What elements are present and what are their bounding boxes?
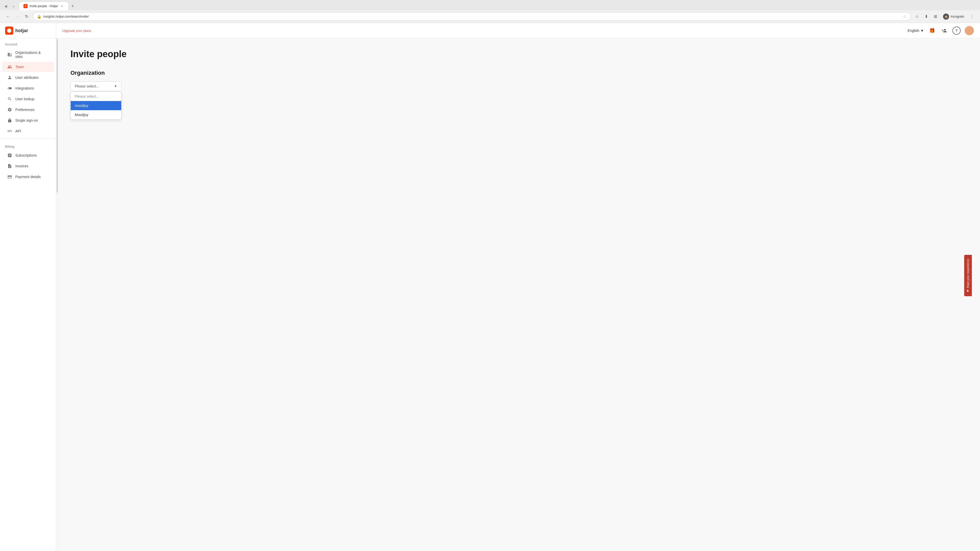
sidebar-scrollbar-thumb bbox=[57, 39, 58, 192]
invite-icon-button[interactable] bbox=[940, 27, 948, 35]
rate-experience-icon: ❤ bbox=[966, 289, 970, 292]
hotjar-icon bbox=[5, 27, 13, 35]
organization-dropdown-trigger[interactable]: Please select... ▼ bbox=[70, 81, 121, 91]
browser-tabs: ◀ ▶ H Invite people - Hotjar × + bbox=[0, 0, 980, 10]
sidebar-item-user-lookup[interactable]: User lookup bbox=[2, 94, 54, 104]
sidebar-item-invoices-label: Invoices bbox=[15, 164, 28, 168]
url-input[interactable] bbox=[43, 14, 901, 18]
sidebar: Account Organizations & sites Team bbox=[0, 38, 56, 551]
language-dropdown-icon: ▼ bbox=[920, 29, 924, 33]
sidebar-item-team[interactable]: Team bbox=[2, 62, 54, 72]
language-selector[interactable]: English ▼ bbox=[907, 29, 924, 33]
incognito-icon: 🕵 bbox=[943, 14, 949, 20]
app-top-bar: hotjar Upgrade your plans English ▼ 🎁 ? bbox=[0, 23, 980, 38]
sidebar-item-payment[interactable]: Payment details bbox=[2, 171, 54, 182]
browser-tab-active[interactable]: H Invite people - Hotjar × bbox=[19, 2, 68, 10]
sidebar-item-invoices[interactable]: Invoices bbox=[2, 161, 54, 171]
sidebar-item-preferences-label: Preferences bbox=[15, 108, 35, 112]
organization-dropdown-wrapper: Please select... ▼ Please select... mood… bbox=[70, 81, 121, 91]
browser-toolbar: ← → ↻ 🔒 ☆ ☆ ⬇ ⊞ 🕵 Incognito ⋮ bbox=[0, 10, 980, 23]
back-button[interactable]: ← bbox=[4, 13, 12, 21]
sidebar-item-user-lookup-label: User lookup bbox=[15, 97, 35, 101]
logo-area: hotjar bbox=[0, 23, 56, 38]
sidebar-item-user-attributes-label: User attributes bbox=[15, 76, 38, 79]
sidebar-item-payment-label: Payment details bbox=[15, 175, 41, 179]
hotjar-wordmark: hotjar bbox=[15, 28, 28, 33]
language-label: English bbox=[907, 29, 919, 33]
page-title: Invite people bbox=[70, 49, 968, 59]
sidebar-item-preferences[interactable]: Preferences bbox=[2, 105, 54, 115]
sidebar-item-organizations-label: Organizations & sites bbox=[15, 51, 49, 59]
dropdown-option-placeholder[interactable]: Please select... bbox=[71, 92, 121, 101]
top-bar-content: Upgrade your plans English ▼ 🎁 ? bbox=[56, 24, 980, 38]
dropdown-option-moodjoy[interactable]: moodjoy bbox=[71, 101, 121, 110]
gift-icon-button[interactable]: 🎁 bbox=[928, 27, 936, 35]
api-icon: </> bbox=[7, 129, 12, 134]
new-tab-button[interactable]: + bbox=[69, 3, 76, 10]
dropdown-selected-value: Please select... bbox=[75, 84, 99, 88]
dropdown-option-moodjoy-cap[interactable]: Moodjoy bbox=[71, 110, 121, 119]
upgrade-link[interactable]: Upgrade your plans bbox=[62, 29, 91, 33]
sidebar-item-subscriptions-label: Subscriptions bbox=[15, 153, 37, 157]
dropdown-arrow-icon: ▼ bbox=[114, 84, 117, 88]
user-lookup-icon bbox=[7, 97, 12, 102]
header-actions: English ▼ 🎁 ? bbox=[907, 26, 974, 35]
organization-dropdown-menu: Please select... moodjoy Moodjoy bbox=[70, 92, 121, 120]
sidebar-scrollbar[interactable] bbox=[56, 38, 58, 551]
account-section-label: Account bbox=[0, 38, 56, 48]
forward-button[interactable]: → bbox=[13, 13, 21, 21]
toolbar-actions: ☆ ⬇ ⊞ 🕵 Incognito ⋮ bbox=[913, 13, 976, 21]
toolbar-nav: ← → ↻ bbox=[4, 13, 30, 21]
tab-nav-back[interactable]: ◀ bbox=[2, 3, 9, 10]
sidebar-item-user-attributes[interactable]: User attributes bbox=[2, 73, 54, 83]
sidebar-item-integrations[interactable]: Integrations bbox=[2, 83, 54, 94]
extensions-button[interactable]: ⊞ bbox=[931, 13, 939, 21]
sidebar-item-sso-label: Single sign-on bbox=[15, 118, 38, 122]
organizations-icon bbox=[7, 52, 12, 57]
user-avatar[interactable] bbox=[965, 26, 974, 35]
main-content: Invite people Organization Please select… bbox=[58, 38, 980, 551]
sso-icon bbox=[7, 118, 12, 123]
payment-icon bbox=[7, 174, 12, 179]
bookmark-icon[interactable]: ☆ bbox=[903, 14, 907, 19]
subscriptions-icon bbox=[7, 153, 12, 158]
help-icon-button[interactable]: ? bbox=[953, 27, 961, 35]
sidebar-item-subscriptions[interactable]: Subscriptions bbox=[2, 150, 54, 160]
preferences-icon bbox=[7, 107, 12, 112]
app-layout: Account Organizations & sites Team bbox=[0, 38, 980, 551]
integrations-icon bbox=[7, 86, 12, 91]
rate-experience-label: Rate your experience bbox=[966, 259, 970, 288]
sidebar-item-organizations[interactable]: Organizations & sites bbox=[2, 48, 54, 61]
billing-section-label: Billing bbox=[0, 141, 56, 150]
tab-favicon: H bbox=[24, 4, 27, 8]
sidebar-divider bbox=[0, 138, 56, 139]
incognito-label: Incognito bbox=[951, 14, 964, 18]
tab-close-button[interactable]: × bbox=[60, 4, 64, 8]
sidebar-item-api[interactable]: </> API bbox=[2, 126, 54, 136]
tab-title: Invite people - Hotjar bbox=[30, 4, 58, 8]
sidebar-wrapper: Account Organizations & sites Team bbox=[0, 38, 58, 551]
sidebar-item-integrations-label: Integrations bbox=[15, 86, 34, 90]
reload-button[interactable]: ↻ bbox=[22, 13, 30, 21]
organization-section-title: Organization bbox=[70, 70, 968, 76]
menu-button[interactable]: ⋮ bbox=[968, 13, 976, 21]
sidebar-item-sso[interactable]: Single sign-on bbox=[2, 115, 54, 125]
sidebar-item-team-label: Team bbox=[15, 65, 24, 69]
tab-nav-forward[interactable]: ▶ bbox=[10, 3, 18, 10]
browser-chrome: ◀ ▶ H Invite people - Hotjar × + ← → ↻ 🔒… bbox=[0, 0, 980, 23]
user-attributes-icon bbox=[7, 75, 12, 80]
team-icon bbox=[7, 64, 12, 69]
download-button[interactable]: ⬇ bbox=[922, 13, 930, 21]
url-bar[interactable]: 🔒 ☆ bbox=[33, 12, 911, 21]
incognito-badge[interactable]: 🕵 Incognito bbox=[940, 13, 967, 21]
sidebar-item-api-label: API bbox=[15, 129, 21, 133]
rate-experience-button[interactable]: ❤ Rate your experience bbox=[964, 255, 972, 296]
bookmark-button[interactable]: ☆ bbox=[913, 13, 921, 21]
invoices-icon bbox=[7, 164, 12, 168]
